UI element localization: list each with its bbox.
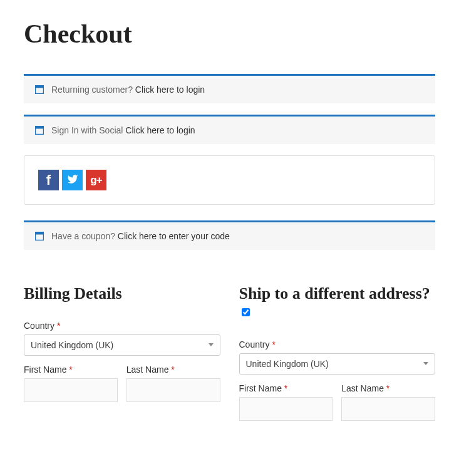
notice-text: Sign In with Social Click here to login	[51, 125, 195, 135]
facebook-button[interactable]: f	[38, 170, 59, 190]
chevron-down-icon	[209, 343, 214, 346]
google-plus-button[interactable]: g+	[86, 170, 106, 190]
billing-heading: Billing Details	[24, 284, 220, 303]
required-mark: *	[386, 383, 389, 393]
shipping-last-name-input[interactable]	[341, 397, 435, 421]
returning-login-link[interactable]: Click here to login	[135, 85, 205, 95]
label-text: First Name	[239, 383, 282, 393]
svg-rect-3	[36, 127, 44, 129]
ship-different-checkbox[interactable]	[242, 308, 250, 316]
shipping-first-name-label: First Name *	[239, 383, 333, 393]
billing-last-name-field: Last Name *	[126, 365, 220, 402]
label-text: Last Name	[126, 365, 169, 375]
svg-rect-1	[36, 86, 44, 88]
twitter-button[interactable]	[62, 170, 83, 190]
social-signin-notice: Sign In with Social Click here to login	[24, 115, 435, 144]
facebook-icon: f	[46, 172, 51, 189]
social-login-link[interactable]: Click here to login	[125, 125, 195, 135]
billing-country-field: Country * United Kingdom (UK)	[24, 321, 220, 356]
page-title: Checkout	[24, 19, 435, 49]
notice-text: Have a coupon? Click here to enter your …	[51, 231, 230, 241]
shipping-heading-text: Ship to a different ad­dress?	[239, 284, 430, 303]
shipping-last-name-label: Last Name *	[341, 383, 435, 393]
shipping-first-name-input[interactable]	[239, 397, 333, 421]
coupon-link[interactable]: Click here to enter your code	[118, 231, 230, 241]
coupon-notice: Have a coupon? Click here to enter your …	[24, 220, 435, 250]
shipping-country-label: Country *	[239, 339, 436, 349]
svg-rect-5	[36, 232, 44, 235]
required-mark: *	[69, 365, 72, 375]
label-text: First Name	[24, 365, 66, 375]
billing-first-name-field: First Name *	[24, 365, 118, 402]
label-text: Country	[239, 339, 270, 349]
social-text: Sign In with Social	[51, 125, 123, 135]
select-value: United Kingdom (UK)	[31, 340, 113, 350]
shipping-heading: Ship to a different ad­dress?	[239, 284, 436, 322]
label-text: Country	[24, 321, 54, 331]
billing-country-label: Country *	[24, 321, 220, 331]
returning-customer-notice: Returning customer? Click here to login	[24, 74, 435, 103]
shipping-column: Ship to a different ad­dress? Country * …	[239, 284, 436, 430]
shipping-last-name-field: Last Name *	[341, 383, 435, 421]
required-mark: *	[284, 383, 287, 393]
billing-column: Billing Details Country * United Kingdom…	[24, 284, 220, 430]
required-mark: *	[57, 321, 60, 331]
google-plus-icon: g+	[90, 174, 101, 187]
shipping-country-field: Country * United Kingdom (UK)	[239, 339, 436, 375]
social-buttons-panel: f g+	[24, 155, 435, 205]
shipping-country-select[interactable]: United Kingdom (UK)	[239, 353, 436, 375]
billing-country-select[interactable]: United Kingdom (UK)	[24, 334, 220, 356]
window-icon	[35, 85, 44, 94]
form-columns: Billing Details Country * United Kingdom…	[24, 284, 435, 430]
notice-text: Returning customer? Click here to login	[51, 85, 205, 95]
billing-first-name-input[interactable]	[24, 378, 118, 402]
billing-last-name-label: Last Name *	[126, 365, 220, 375]
chevron-down-icon	[423, 362, 428, 365]
select-value: United Kingdom (UK)	[246, 359, 329, 369]
shipping-first-name-field: First Name *	[239, 383, 333, 421]
returning-text: Returning customer?	[51, 85, 133, 95]
required-mark: *	[171, 365, 174, 375]
twitter-icon	[67, 173, 78, 187]
billing-first-name-label: First Name *	[24, 365, 118, 375]
label-text: Last Name	[341, 383, 384, 393]
coupon-text: Have a coupon?	[51, 231, 115, 241]
billing-last-name-input[interactable]	[126, 378, 220, 402]
required-mark: *	[272, 339, 275, 349]
window-icon	[35, 126, 44, 135]
window-icon	[35, 232, 44, 241]
